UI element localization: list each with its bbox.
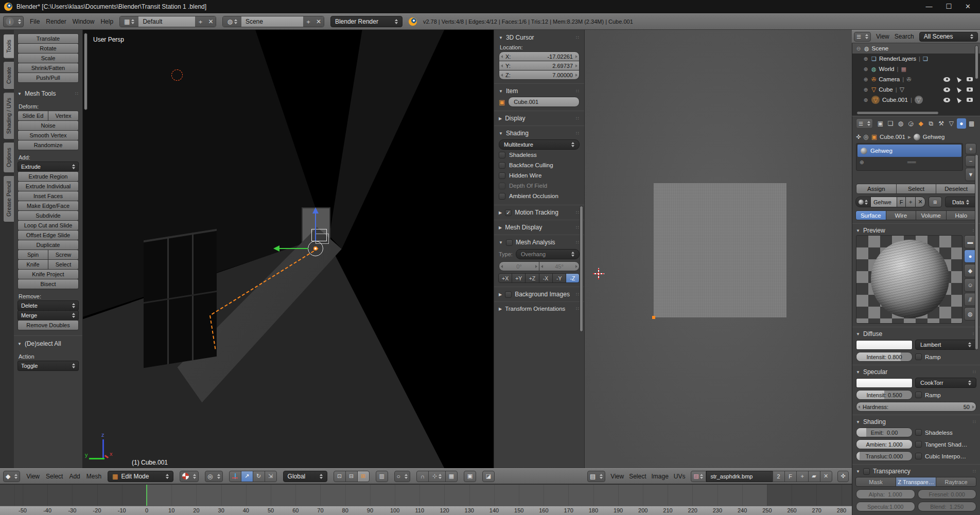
manipulator-translate-button[interactable]: ↗ bbox=[241, 471, 253, 482]
axis-neg-y-button[interactable]: -Y bbox=[552, 273, 566, 283]
panel-grip-icon[interactable]: ∷ bbox=[576, 306, 580, 311]
manipulator-z-arrowhead[interactable] bbox=[312, 207, 319, 214]
extrude-dropdown[interactable]: Extrude bbox=[18, 162, 79, 172]
panel-grip-icon[interactable]: ∷ bbox=[75, 91, 79, 96]
panel-grip-icon[interactable]: ∷ bbox=[576, 116, 580, 121]
checkbox-icon[interactable] bbox=[506, 239, 513, 246]
viewport-3d[interactable]: User Persp (1) Cube.001 z y x bbox=[83, 30, 494, 468]
tab-texture-icon[interactable]: ▩ bbox=[967, 118, 976, 129]
checkbox-icon[interactable] bbox=[499, 172, 505, 179]
knife-project-button[interactable]: Knife Project bbox=[18, 269, 79, 279]
outliner-item-renderlayers[interactable]: ⊕ ❏ RenderLayers | ❏ bbox=[852, 54, 980, 64]
checkbox-checked-icon[interactable]: ✓ bbox=[505, 209, 512, 216]
tangent-shading-checkbox[interactable]: Tangent Shad… bbox=[915, 441, 967, 448]
menu-window[interactable]: Window bbox=[73, 18, 95, 25]
slot-add-icon[interactable]: ⊕ bbox=[860, 159, 864, 165]
panel-grip-icon[interactable]: ∷ bbox=[576, 225, 580, 230]
transparency-raytrace-tab[interactable]: Raytrace bbox=[936, 477, 976, 487]
close-button[interactable]: ✕ bbox=[965, 0, 971, 13]
image-browse-dropdown[interactable]: ▨ bbox=[691, 471, 706, 482]
specular-panel-header[interactable]: ▼ Specular ∷ bbox=[856, 368, 976, 376]
tab-material-icon[interactable]: ● bbox=[957, 118, 967, 129]
shadeless-checkbox[interactable]: Shadeless bbox=[915, 429, 953, 436]
render-opengl-anim-button[interactable]: ◪ bbox=[482, 471, 495, 482]
unlink-material-button[interactable]: ✕ bbox=[915, 197, 925, 207]
diffuse-color-swatch[interactable] bbox=[856, 340, 913, 350]
checkbox-icon[interactable] bbox=[499, 152, 505, 158]
shading-panel-header[interactable]: ▼ Shading ∷ bbox=[856, 418, 976, 425]
renderability-camera-icon[interactable] bbox=[967, 77, 973, 81]
timeline-ruler[interactable]: -50-40-30-20-100102030405060708090100110… bbox=[0, 506, 852, 515]
shading-mode-dropdown[interactable]: Multitexture bbox=[499, 139, 580, 150]
visibility-eye-icon[interactable] bbox=[943, 77, 950, 82]
diffuse-ramp-checkbox[interactable]: Ramp bbox=[915, 353, 941, 360]
outliner-item-cube001[interactable]: ⊕ ▽ Cube.001 | ▽ bbox=[852, 95, 980, 105]
shadeless-checkbox-row[interactable]: Shadeless bbox=[499, 150, 580, 160]
material-browse-dropdown[interactable] bbox=[855, 197, 871, 207]
outliner-menu-search[interactable]: Search bbox=[895, 33, 914, 40]
edge-select-button[interactable]: ⊟ bbox=[345, 471, 358, 482]
use-nodes-button[interactable]: ⧈ bbox=[929, 197, 942, 207]
outliner-vertical-scrollbar[interactable] bbox=[975, 45, 978, 79]
cubic-interpolation-checkbox[interactable]: Cubic Interpo… bbox=[915, 453, 966, 459]
vp-menu-view[interactable]: View bbox=[26, 473, 40, 480]
axis-pos-y-button[interactable]: +Y bbox=[512, 273, 526, 283]
expander-icon[interactable]: ⊕ bbox=[863, 87, 869, 93]
action-toggle-dropdown[interactable]: Toggle bbox=[18, 361, 79, 371]
expander-icon[interactable]: ⊕ bbox=[863, 97, 869, 103]
cursor-x-field[interactable]: X:-17.02261 bbox=[499, 51, 580, 61]
checkbox-icon[interactable] bbox=[915, 453, 922, 459]
snap-element-dropdown[interactable]: ⊹ bbox=[428, 471, 446, 482]
item-panel-header[interactable]: ▼ Item ∷ bbox=[499, 87, 580, 95]
panel-grip-icon[interactable]: ∷ bbox=[973, 469, 976, 474]
panel-grip-icon[interactable]: ∷ bbox=[576, 240, 580, 245]
tab-shading-uvs[interactable]: Shading / UVs bbox=[3, 92, 14, 139]
mesh-tools-panel-header[interactable]: ▼ Mesh Tools ∷ bbox=[18, 90, 79, 97]
hardness-field[interactable]: Hardness: 50 bbox=[856, 402, 976, 412]
new-image-button[interactable]: ＋ bbox=[796, 471, 809, 482]
layout-name[interactable]: Default bbox=[138, 16, 195, 27]
make-edge-face-button[interactable]: Make Edge/Face bbox=[18, 201, 79, 211]
panel-grip-icon[interactable]: ∷ bbox=[576, 88, 580, 94]
material-name-field[interactable]: Gehwe bbox=[870, 197, 897, 207]
unlink-image-button[interactable]: ✕ bbox=[820, 471, 832, 482]
shading-panel-header[interactable]: ▼ Shading ∷ bbox=[499, 130, 580, 137]
object-name-field[interactable]: Cube.001 bbox=[508, 97, 580, 107]
manipulator-z-axis[interactable] bbox=[315, 214, 316, 241]
expander-icon[interactable]: ⊖ bbox=[855, 46, 862, 51]
image-name-field[interactable]: str_asphdrk.bmp bbox=[706, 471, 773, 482]
checkbox-icon[interactable] bbox=[915, 392, 922, 398]
visibility-eye-icon[interactable] bbox=[943, 87, 950, 92]
snap-magnet-icon[interactable]: ∩ bbox=[416, 471, 429, 482]
tab-grease-pencil[interactable]: Grease Pencil bbox=[3, 175, 14, 222]
face-select-button[interactable]: ⊞ bbox=[357, 471, 370, 482]
shrink-fatten-button[interactable]: Shrink/Fatten bbox=[18, 63, 79, 73]
cursor-panel-header[interactable]: ▼ 3D Cursor ∷ bbox=[499, 34, 580, 41]
material-slot-active[interactable]: Gehweg bbox=[857, 145, 961, 157]
extrude-region-button[interactable]: Extrude Region bbox=[18, 171, 79, 182]
toolshelf-scrollbar[interactable] bbox=[84, 33, 87, 110]
tab-volume[interactable]: Volume bbox=[916, 210, 947, 220]
menu-file[interactable]: File bbox=[30, 18, 40, 25]
editor-type-properties-button[interactable]: ☰ bbox=[856, 118, 873, 129]
scene-name[interactable]: Scene bbox=[241, 16, 303, 27]
specular-color-swatch[interactable] bbox=[856, 378, 913, 388]
vp-menu-select[interactable]: Select bbox=[46, 473, 63, 480]
expander-icon[interactable]: ⊕ bbox=[863, 77, 869, 82]
timeline[interactable]: -50-40-30-20-100102030405060708090100110… bbox=[0, 484, 852, 515]
checkbox-icon[interactable] bbox=[915, 441, 922, 448]
new-material-button[interactable]: ＋ bbox=[905, 197, 916, 207]
breadcrumb-object[interactable]: Cube.001 bbox=[880, 134, 905, 140]
outliner-item-cube[interactable]: ⊕ ▽ Cube | ▽ bbox=[852, 84, 980, 95]
checkbox-icon[interactable] bbox=[499, 162, 505, 169]
subdivide-button[interactable]: Subdivide bbox=[18, 210, 79, 221]
panel-grip-icon[interactable]: ∷ bbox=[576, 210, 580, 215]
motion-tracking-panel-header[interactable]: ▶ ✓ Motion Tracking ∷ bbox=[499, 209, 580, 216]
preview-panel-header[interactable]: ▼ Preview ∷ bbox=[856, 227, 976, 234]
list-resize-grip[interactable]: ══ bbox=[907, 159, 916, 165]
editor-type-info-button[interactable]: i bbox=[3, 16, 24, 27]
screen-layout-selector[interactable]: ▦ Default ＋ ✕ bbox=[119, 16, 216, 27]
remove-doubles-button[interactable]: Remove Doubles bbox=[18, 320, 79, 330]
tab-render-layers-icon[interactable]: ❏ bbox=[886, 118, 896, 129]
data-source-dropdown[interactable]: Data bbox=[945, 197, 976, 207]
